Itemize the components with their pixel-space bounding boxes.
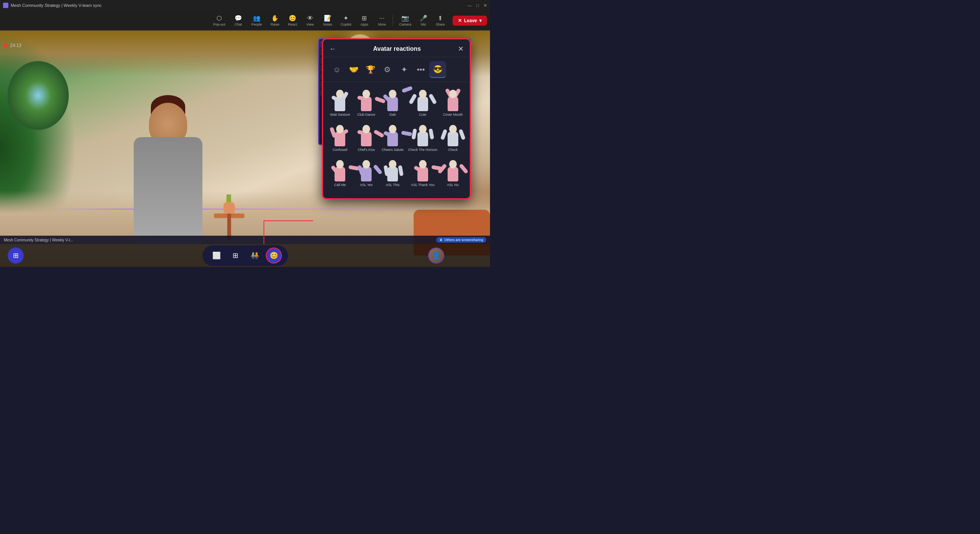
share-icon: ⬆ — [438, 15, 443, 22]
popout-button[interactable]: ⬡ Pop-out — [209, 13, 229, 28]
reaction-item-dab[interactable]: Dab — [380, 85, 405, 119]
avatar-body — [417, 167, 428, 181]
tab-effect[interactable]: ✦ — [396, 61, 412, 78]
reaction-figure-dab — [383, 88, 403, 111]
reaction-item-asl-thank-you[interactable]: ASL Thank You — [406, 155, 439, 189]
close-button[interactable]: ✕ — [484, 3, 487, 8]
arm-right — [459, 163, 469, 174]
toolbar: ⬡ Pop-out 💬 Chat 👥 People ✋ Raise 😊 Reac… — [0, 11, 490, 31]
people-label: People — [251, 23, 262, 26]
avatars-bottom-button[interactable]: 🧑‍🤝‍🧑 — [247, 248, 263, 264]
minimize-button[interactable]: — — [467, 3, 472, 8]
screen-share-bottom-button[interactable]: ⬜ — [209, 248, 225, 264]
avatar-body — [361, 167, 372, 181]
reaction-item-confused[interactable]: Confused — [328, 120, 353, 154]
apps-button[interactable]: ⊞ Apps — [356, 13, 373, 28]
reaction-label-chefs-kiss: Chef's Kiss — [358, 148, 375, 152]
tab-emoji[interactable]: ☺ — [328, 61, 345, 78]
camera-button[interactable]: 📷 Camera — [395, 13, 415, 28]
camera-icon: 📷 — [401, 15, 409, 22]
tab-tools[interactable]: ⚙ — [379, 61, 396, 78]
bottom-bar: ⊞ ⬜ ⊞ 🧑‍🤝‍🧑 😊 👤 — [0, 244, 490, 267]
share-button[interactable]: ⬆ Share — [432, 13, 449, 28]
people-button[interactable]: 👥 People — [247, 13, 266, 28]
react-button[interactable]: 😊 React — [284, 13, 301, 28]
reaction-figure-cover-mouth — [443, 88, 463, 111]
tab-avatar[interactable]: 😎 — [429, 61, 446, 78]
react-label: React — [288, 23, 297, 26]
reaction-label-asl-yes: ASL Yes — [360, 183, 373, 187]
reaction-figure-asl-this — [383, 159, 403, 181]
reaction-item-check-the-horizon[interactable]: Check The Horizon — [406, 120, 439, 154]
copilot-button[interactable]: ✦ Copilot — [337, 13, 355, 28]
raise-button[interactable]: ✋ Raise — [267, 13, 283, 28]
reaction-item-chefs-kiss[interactable]: Chef's Kiss — [354, 120, 379, 154]
reaction-item-club-dance[interactable]: Club Dance — [354, 85, 379, 119]
user-avatar-button[interactable]: 👤 — [428, 248, 444, 264]
apps-grid-icon: ⊞ — [13, 251, 19, 260]
mic-button[interactable]: 🎤 Mic — [416, 13, 431, 28]
avatar-body — [387, 132, 398, 146]
mic-label: Mic — [421, 23, 426, 26]
bottom-center-controls: ⬜ ⊞ 🧑‍🤝‍🧑 😊 — [202, 245, 288, 266]
avatar-head — [336, 160, 344, 168]
chat-button[interactable]: 💬 Chat — [230, 13, 247, 28]
panel-back-button[interactable]: ← — [329, 45, 336, 53]
reaction-label-call-me: Call Me — [334, 183, 346, 187]
avatar-head — [336, 90, 344, 98]
avatar-body — [417, 132, 428, 146]
avatar-body — [448, 132, 458, 146]
reaction-item-asl-yes[interactable]: ASL Yes — [354, 155, 379, 189]
leave-label: Leave — [464, 18, 477, 23]
tab-more[interactable]: ••• — [412, 61, 429, 78]
red-line-vertical — [264, 220, 264, 244]
reaction-item-asl-this[interactable]: ASL This — [380, 155, 405, 189]
reaction-figure-club-dance — [356, 88, 376, 111]
view-label: View — [306, 23, 314, 26]
leave-button[interactable]: ✕ Leave ▾ — [453, 16, 487, 26]
layout-bottom-button[interactable]: ⊞ — [228, 248, 244, 264]
avatar-body — [335, 132, 345, 146]
raise-label: Raise — [270, 23, 279, 26]
tools-tab-icon: ⚙ — [384, 65, 391, 74]
reaction-figure-confused — [330, 123, 350, 146]
reaction-figure-wait-gesture — [330, 88, 350, 111]
arm-right — [458, 129, 466, 140]
titlebar: Mesh Community Strategy | Weekly V-team … — [0, 0, 490, 11]
avatar-body — [387, 97, 398, 111]
notes-label: Notes — [323, 23, 332, 26]
more-button[interactable]: ··· More — [374, 13, 390, 28]
panel-header: ← Avatar reactions ✕ — [323, 39, 470, 57]
circle-window — [8, 61, 69, 130]
reaction-item-cute[interactable]: Cute — [406, 85, 439, 119]
reaction-item-cheers-salute[interactable]: Cheers Salute — [380, 120, 405, 154]
avatar-head — [389, 125, 396, 133]
reaction-item-check[interactable]: Check — [440, 120, 465, 154]
notes-button[interactable]: 📝 Notes — [319, 13, 336, 28]
recording-dot — [4, 44, 8, 47]
reaction-item-call-me[interactable]: Call Me — [328, 155, 353, 189]
reaction-item-cover-mouth[interactable]: Cover Mouth — [440, 85, 465, 119]
reaction-item-asl-no[interactable]: ASL No — [440, 155, 465, 189]
reaction-bottom-button[interactable]: 😊 — [266, 248, 282, 264]
tab-gesture[interactable]: 🤝 — [345, 61, 362, 78]
reaction-label-confused: Confused — [333, 148, 348, 152]
reaction-label-asl-no: ASL No — [447, 183, 459, 187]
avatar-figure — [115, 72, 222, 244]
maximize-button[interactable]: □ — [476, 3, 479, 8]
avatar-body — [448, 97, 458, 111]
view-button[interactable]: 👁 View — [302, 13, 319, 28]
reaction-icon: 😊 — [270, 251, 278, 260]
popout-icon: ⬡ — [217, 15, 222, 22]
titlebar-left: Mesh Community Strategy | Weekly V-team … — [3, 3, 102, 8]
tab-trophy[interactable]: 🏆 — [362, 61, 379, 78]
panel-close-button[interactable]: ✕ — [458, 45, 464, 53]
share-label: Share — [436, 23, 445, 26]
apps-grid-button[interactable]: ⊞ — [8, 248, 24, 264]
window-title: Mesh Community Strategy | Weekly V-team … — [11, 3, 102, 8]
reaction-item-wait-gesture[interactable]: Wait Gesture — [328, 85, 353, 119]
reaction-figure-call-me — [330, 159, 350, 181]
window-controls[interactable]: — □ ✕ — [467, 3, 487, 8]
avatar-head — [362, 125, 370, 133]
screen-share-icon: ⬜ — [212, 251, 221, 260]
